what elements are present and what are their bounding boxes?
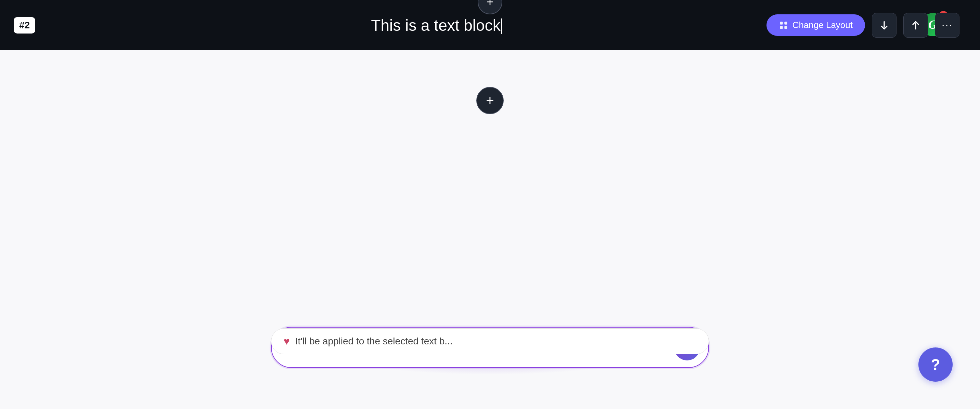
dots-icon: ··· bbox=[942, 19, 953, 32]
svg-rect-3 bbox=[784, 26, 787, 29]
more-options-button[interactable]: ··· bbox=[935, 13, 959, 38]
text-cursor bbox=[501, 19, 502, 34]
add-block-bottom-button[interactable]: + bbox=[476, 87, 504, 114]
move-up-button[interactable] bbox=[904, 13, 928, 38]
svg-rect-0 bbox=[780, 22, 783, 24]
layout-icon bbox=[779, 21, 788, 30]
main-content: + ⚡ ♥ It'll be applied to the selected t… bbox=[0, 50, 980, 409]
suggestion-text: It'll be applied to the selected text b.… bbox=[295, 336, 453, 347]
suggestion-bar: ♥ It'll be applied to the selected text … bbox=[271, 328, 709, 354]
text-block-text: This is a text block bbox=[371, 16, 500, 34]
svg-rect-1 bbox=[784, 22, 787, 24]
ai-input-area: ⚡ ♥ It'll be applied to the selected tex… bbox=[271, 327, 709, 368]
heart-icon: ♥ bbox=[284, 336, 290, 347]
arrow-down-icon bbox=[879, 20, 890, 31]
move-down-button[interactable] bbox=[872, 13, 897, 38]
plus-icon-bottom: + bbox=[486, 93, 494, 108]
top-bar-controls: Change Layout ··· bbox=[767, 13, 959, 38]
svg-rect-2 bbox=[780, 26, 783, 29]
add-block-top-button[interactable]: + bbox=[478, 0, 502, 14]
change-layout-button[interactable]: Change Layout bbox=[767, 14, 865, 36]
change-layout-label: Change Layout bbox=[792, 20, 853, 30]
help-icon: ? bbox=[931, 356, 940, 373]
arrow-up-icon bbox=[910, 20, 921, 31]
help-button[interactable]: ? bbox=[918, 347, 953, 382]
plus-icon: + bbox=[486, 0, 493, 9]
block-label: #2 bbox=[14, 17, 35, 33]
top-bar: #2 + This is a text block G 1 Change Lay… bbox=[0, 0, 980, 50]
